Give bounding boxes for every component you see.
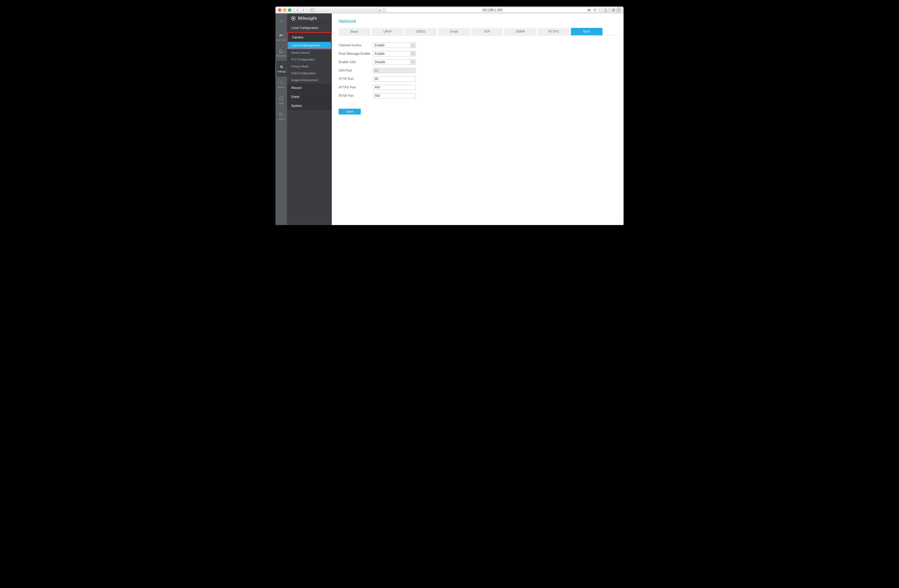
page-title: Network	[339, 19, 617, 24]
rail-label: Settings	[277, 70, 286, 73]
chevron-down-icon: ▾	[411, 43, 415, 48]
sound-icon[interactable]	[587, 8, 591, 12]
settings-form: Channel Access Enable ▾ Push Message Ena…	[339, 42, 502, 114]
sidebar-section-camera[interactable]: Camera	[288, 33, 331, 42]
http-port-input[interactable]	[373, 76, 416, 82]
refresh-icon[interactable]	[593, 8, 596, 12]
https-port-label: HTTPS Port	[339, 86, 373, 89]
share-button[interactable]	[602, 8, 609, 12]
sidebar-item-privacy-mask[interactable]: Privacy Mask	[287, 63, 332, 70]
settings-icon	[279, 65, 284, 69]
brand-text: Milesight	[298, 16, 317, 21]
status-icon	[279, 80, 284, 85]
ssh-port-label: SSH Port	[339, 69, 373, 73]
maximize-window-button[interactable]	[288, 8, 291, 12]
minimize-window-button[interactable]	[283, 8, 286, 12]
svg-rect-0	[311, 9, 314, 11]
sidebar-toggle-button[interactable]	[310, 8, 315, 12]
new-tab-button[interactable]: +	[617, 8, 621, 12]
chevron-down-icon: ▾	[411, 60, 415, 65]
url-bar[interactable]: 192.168.1.200	[386, 8, 599, 12]
url-text: 192.168.1.200	[482, 8, 502, 12]
enable-ssh-select[interactable]: Disable ▾	[373, 60, 416, 65]
rail-item-logs[interactable]: Logs	[275, 93, 287, 108]
rail-item-playback[interactable]: Playback	[275, 45, 287, 61]
tab-upnp[interactable]: UPnP	[372, 28, 403, 35]
playback-icon	[279, 49, 284, 53]
sidebar-item-image-enhancement[interactable]: Image Enhancement	[287, 77, 332, 83]
nav-forward-button[interactable]	[300, 8, 306, 12]
rail-label: Logs	[279, 102, 284, 105]
main-content: Network Basic UPnP DDNS Email P2P SNMP H…	[332, 14, 624, 225]
tab-bar: Basic UPnP DDNS Email P2P SNMP HTTPS Mor…	[339, 28, 617, 35]
brand-icon	[291, 16, 296, 21]
ssh-port-input	[373, 68, 416, 73]
rail-item-settings[interactable]: Settings	[275, 61, 287, 77]
channel-access-select[interactable]: Enable ▾	[373, 43, 416, 48]
select-value: Disable	[375, 60, 385, 64]
logs-icon	[279, 96, 284, 101]
rail-item-liveview[interactable]: Live View	[275, 29, 287, 45]
save-button[interactable]: Save	[339, 109, 361, 114]
sidebar-section-event[interactable]: Event	[287, 93, 332, 101]
arrows-icon	[279, 19, 284, 24]
http-port-label: HTTP Port	[339, 77, 373, 81]
svg-point-5	[280, 66, 281, 66]
sidebar-section-record[interactable]: Record	[287, 83, 332, 93]
rail-label: Live View	[276, 39, 286, 41]
rail-item-sync[interactable]	[275, 14, 287, 29]
svg-rect-4	[280, 34, 281, 36]
select-value: Enable	[375, 52, 385, 56]
tab-basic[interactable]: Basic	[339, 28, 370, 35]
sidebar-item-osd-config[interactable]: OSD Configuration	[287, 70, 332, 77]
reader-button[interactable]: •••	[376, 8, 383, 12]
tab-p2p[interactable]: P2P	[471, 28, 503, 35]
nav-back-button[interactable]	[294, 8, 300, 12]
live-view-icon	[279, 33, 284, 38]
rail-label: Playback	[276, 54, 286, 57]
svg-point-9	[293, 18, 294, 19]
sidebar-section-system[interactable]: System	[287, 101, 332, 110]
channel-access-label: Channel Access	[339, 43, 373, 47]
rail-item-logout[interactable]: Logout	[275, 108, 287, 124]
browser-window: ••• 192.168.1.200 +	[275, 6, 624, 225]
enable-ssh-label: Enable SSH	[339, 60, 373, 64]
select-value: Enable	[375, 43, 385, 47]
sidebar-item-device-search[interactable]: Device Search	[287, 49, 332, 56]
titlebar: ••• 192.168.1.200 +	[275, 6, 624, 14]
chevron-down-icon: ▾	[411, 51, 415, 56]
sidebar-item-local-config[interactable]: Local Configuration	[287, 23, 332, 32]
tab-ddns[interactable]: DDNS	[405, 28, 437, 35]
rtsp-port-input[interactable]	[373, 93, 416, 99]
sidebar: Milesight Local Configuration Camera Cam…	[287, 14, 332, 225]
tab-snmp[interactable]: SNMP	[505, 28, 536, 35]
tab-more[interactable]: More	[571, 28, 602, 35]
tab-https[interactable]: HTTPS	[538, 28, 569, 35]
rail-label: Status	[278, 86, 285, 89]
sidebar-item-ptz-config[interactable]: PTZ Configuration	[287, 56, 332, 63]
sidebar-item-camera-management[interactable]: Camera Management	[288, 42, 331, 49]
tabs-overview-button[interactable]	[610, 8, 617, 12]
highlight-annotation: Camera Camera Management	[287, 32, 332, 49]
svg-point-6	[282, 67, 283, 68]
rail-item-status[interactable]: Status	[275, 77, 287, 93]
brand: Milesight	[287, 14, 332, 23]
push-message-select[interactable]: Enable ▾	[373, 51, 416, 56]
rtsp-port-label: RTSP Port	[339, 94, 373, 98]
nav-rail: Live View Playback Settings Status Logs	[275, 14, 287, 225]
rail-label: Logout	[278, 118, 285, 120]
tab-email[interactable]: Email	[438, 28, 470, 35]
https-port-input[interactable]	[373, 85, 416, 90]
logout-icon	[279, 112, 284, 117]
traffic-lights	[278, 8, 291, 12]
push-message-label: Push Message Enable	[339, 52, 373, 56]
close-window-button[interactable]	[278, 8, 281, 12]
